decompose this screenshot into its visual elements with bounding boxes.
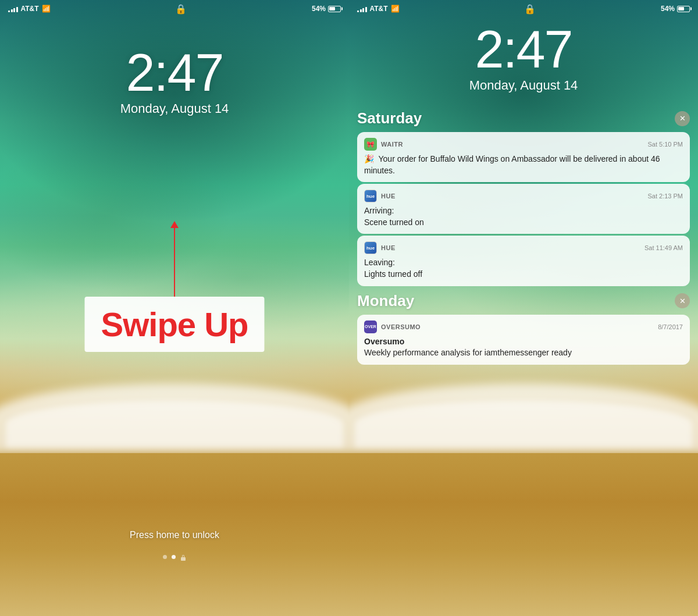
lock-body [181, 557, 186, 561]
saturday-header: Saturday ✕ [357, 109, 690, 127]
press-home-area: Press home to unlock [0, 530, 349, 540]
saturday-close-button[interactable]: ✕ [675, 111, 690, 126]
signal-bar-4 [16, 7, 18, 12]
signal-bar-3 [13, 8, 15, 12]
clock-time-right: 2:47 [349, 23, 698, 76]
battery-fill-right [678, 7, 683, 10]
battery-icon-left [328, 6, 341, 12]
hue-app-name-2: HUE [381, 244, 396, 251]
hue-app-name-1: HUE [381, 193, 396, 200]
status-bar-right: AT&T 📶 🔒 54% [349, 0, 698, 17]
signal-bar-r4 [365, 7, 367, 12]
signal-bar-1 [8, 10, 10, 12]
hue-notif-time-1: Sat 2:13 PM [647, 193, 683, 200]
hue-card-header-1: hue HUE Sat 2:13 PM [364, 190, 683, 202]
battery-left [328, 6, 341, 12]
monday-section: Monday ✕ OVER OVERSUMO 8/7/2017 [357, 292, 690, 365]
hue-notif-body-1: Arriving:Scene turned on [364, 205, 683, 228]
hue-app-info-1: hue HUE [364, 190, 396, 202]
clock-container-left: 2:47 Monday, August 14 [0, 47, 349, 116]
oversumo-notif-body: Oversumo Weekly performance analysis for… [364, 336, 683, 359]
signal-bars-left [8, 5, 18, 12]
waitr-notif-time: Sat 5:10 PM [647, 141, 683, 148]
oversumo-bold-title: Oversumo [364, 337, 404, 346]
battery-percent-left: 54% [312, 5, 326, 13]
waitr-app-name: WAITR [381, 141, 403, 148]
status-left-left: AT&T 📶 [8, 5, 51, 13]
status-right-left: 54% [312, 5, 341, 13]
clock-date-left: Monday, August 14 [0, 101, 349, 116]
hue-notification-card-2[interactable]: hue HUE Sat 11:49 AM Leaving:Lights turn… [357, 236, 690, 286]
oversumo-app-icon: OVER [364, 321, 377, 333]
dot-lock [180, 555, 186, 561]
oversumo-body-text: Weekly performance analysis for iamtheme… [364, 348, 572, 357]
saturday-label: Saturday [357, 109, 422, 127]
arrow-line [174, 227, 175, 297]
battery-icon-right [677, 6, 690, 12]
monday-label: Monday [357, 292, 414, 310]
status-left-right: AT&T 📶 [357, 5, 400, 13]
oversumo-app-info: OVER OVERSUMO [364, 321, 421, 333]
signal-bars-right [357, 5, 367, 12]
notification-sections: Saturday ✕ 🎀 WAITR Sat 5:10 PM 🎉 Your or… [349, 102, 698, 371]
hue-notif-body-2: Leaving:Lights turned off [364, 257, 683, 280]
swipe-up-text: Swipe Up [101, 305, 248, 343]
wave-area-left [0, 337, 349, 453]
lock-icon-right: 🔒 [524, 3, 536, 15]
oversumo-notification-card[interactable]: OVER OVERSUMO 8/7/2017 Oversumo Weekly p… [357, 315, 690, 365]
wifi-icon-left: 📶 [42, 5, 51, 13]
oversumo-card-header: OVER OVERSUMO 8/7/2017 [364, 321, 683, 333]
oversumo-app-name: OVERSUMO [381, 323, 421, 330]
swipe-up-container[interactable]: Swipe Up [84, 297, 264, 352]
oversumo-icon-text: OVER [365, 325, 376, 329]
waitr-notification-card[interactable]: 🎀 WAITR Sat 5:10 PM 🎉 Your order for Buf… [357, 132, 690, 182]
wifi-icon-right: 📶 [391, 5, 400, 13]
signal-bar-r2 [360, 9, 362, 12]
status-right-right: 54% [661, 5, 690, 13]
swipe-up-box[interactable]: Swipe Up [84, 297, 264, 352]
oversumo-notif-time: 8/7/2017 [658, 323, 683, 330]
waitr-icon-symbol: 🎀 [366, 141, 375, 148]
carrier-label-right: AT&T [370, 5, 388, 13]
hue-card-header-2: hue HUE Sat 11:49 AM [364, 241, 683, 254]
left-phone-panel: AT&T 📶 🔒 54% 2:47 Monday, August 14 Swip… [0, 0, 349, 616]
clock-date-right: Monday, August 14 [349, 78, 698, 93]
signal-bar-r3 [362, 8, 364, 12]
battery-right [677, 6, 690, 12]
lock-icon-left: 🔒 [175, 3, 187, 15]
waitr-notif-body: 🎉 Your order for Buffalo Wild Wings on A… [364, 154, 683, 176]
right-phone-panel: AT&T 📶 🔒 54% 2:47 Monday, August 14 [349, 0, 698, 616]
hue-notification-card-1[interactable]: hue HUE Sat 2:13 PM Arriving:Scene turne… [357, 184, 690, 234]
waitr-card-header: 🎀 WAITR Sat 5:10 PM [364, 138, 683, 151]
hue-notif-time-2: Sat 11:49 AM [644, 244, 683, 251]
carrier-label-left: AT&T [21, 5, 39, 13]
notifications-overlay[interactable]: AT&T 📶 🔒 54% 2:47 Monday, August 14 [349, 0, 698, 616]
page-dots [0, 555, 349, 561]
hue-logo-2: hue [365, 242, 376, 254]
clock-time-left: 2:47 [0, 47, 349, 99]
dot-1 [163, 555, 167, 559]
hue-app-icon-1: hue [364, 190, 377, 202]
press-home-text: Press home to unlock [130, 530, 219, 540]
signal-bar-r1 [357, 10, 359, 12]
signal-bar-2 [11, 9, 13, 12]
monday-header: Monday ✕ [357, 292, 690, 310]
monday-close-button[interactable]: ✕ [675, 293, 690, 308]
dot-2 [172, 555, 176, 559]
hue-logo-1: hue [365, 190, 376, 202]
status-bar-left: AT&T 📶 🔒 54% [0, 0, 349, 17]
battery-fill-left [329, 7, 334, 10]
arrow-head [170, 221, 179, 228]
hue-app-info-2: hue HUE [364, 241, 396, 254]
swipe-arrow [174, 227, 175, 297]
hue-app-icon-2: hue [364, 241, 377, 254]
battery-percent-right: 54% [661, 5, 675, 13]
waitr-app-icon: 🎀 [364, 138, 377, 151]
waitr-app-info: 🎀 WAITR [364, 138, 403, 151]
